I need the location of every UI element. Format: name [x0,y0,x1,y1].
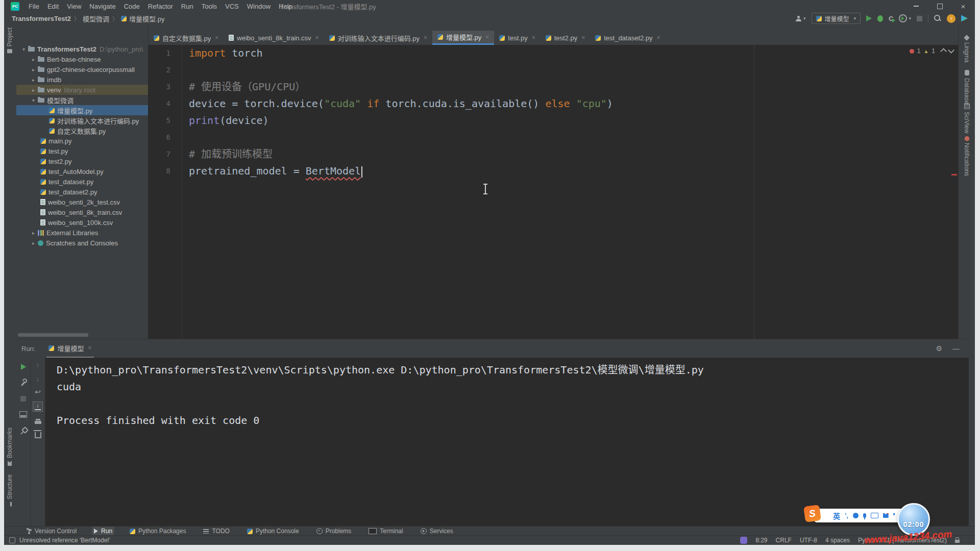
tool-window-button-python-packages[interactable]: Python Packages [128,527,188,536]
tool-stripe-database[interactable]: Database [963,70,970,104]
gradient-play-icon[interactable] [961,15,968,22]
chevron-collapsed-icon[interactable]: ▸ [30,67,37,72]
pin-icon[interactable] [20,428,27,434]
tree-item[interactable]: weibo_senti_100k.csv [16,217,148,228]
tree-item[interactable]: main.py [16,136,148,146]
tool-window-button-todo[interactable]: TODO [201,527,231,536]
menu-file[interactable]: File [24,3,43,10]
editor-tab[interactable]: 对训练输入文本进行编码.py× [324,31,432,45]
maximize-button[interactable] [928,0,951,12]
project-tree[interactable]: ▾TransformersTest2D:\python_pro\▸Bert-ba… [16,44,148,248]
tool-window-button-services[interactable]: Services [419,527,455,536]
tree-item[interactable]: ▾TransformersTest2D:\python_pro\ [16,44,148,54]
user-avatar-button[interactable]: ▾ [795,15,806,22]
tree-item[interactable]: test2.py [16,156,148,166]
status-widget[interactable]: CRLF [776,537,792,544]
tool-window-button-run[interactable]: Run [92,527,114,536]
chevron-collapsed-icon[interactable]: ▸ [30,77,37,83]
tool-stripe-lingma[interactable]: Lingma [963,36,970,62]
editor-tab[interactable]: 增量模型.py× [432,31,494,45]
debug-button[interactable] [877,15,883,22]
close-icon[interactable]: × [215,34,218,41]
menu-vcs[interactable]: VCS [221,3,243,10]
chevron-expanded-icon[interactable]: ▾ [20,46,27,52]
tool-window-button-version-control[interactable]: Version Control [24,527,79,536]
chevron-collapsed-icon[interactable]: ▸ [30,87,37,93]
close-icon[interactable]: × [424,34,427,41]
soft-wrap-icon[interactable]: ↩ [35,388,41,395]
lock-icon[interactable] [955,540,960,543]
code-editor[interactable]: 1import torch23# 使用设备（GPU/CPU）4device = … [148,45,959,339]
sogou-logo-icon[interactable]: S [803,505,821,522]
status-widget[interactable]: UTF-8 [800,537,817,544]
menu-refactor[interactable]: Refactor [144,3,177,10]
tree-item[interactable]: test_dataset.py [16,177,148,187]
chevron-expanded-icon[interactable]: ▾ [30,97,37,103]
close-icon[interactable]: × [532,34,535,41]
tree-item[interactable]: ▸Bert-base-chinese [16,54,148,64]
menu-navigate[interactable]: Navigate [85,3,119,10]
breadcrumb-item[interactable]: 增量模型.py [121,14,164,23]
tree-item[interactable]: test_AutoModel.py [16,166,148,177]
print-icon[interactable] [35,421,41,424]
up-arrow-icon[interactable]: ↑ [36,362,40,369]
tool-window-button-problems[interactable]: Problems [314,527,354,536]
close-icon[interactable]: × [88,344,91,352]
close-icon[interactable]: × [657,34,660,41]
menu-tools[interactable]: Tools [198,3,221,10]
menu-run[interactable]: Run [177,3,198,10]
skin-icon[interactable] [883,513,889,518]
project-scrollbar[interactable] [18,333,88,337]
tool-stripe-notifications[interactable]: Notifications [963,136,970,176]
chevron-collapsed-icon[interactable]: ▸ [30,240,37,246]
tree-item[interactable]: 对训练输入文本进行编码.py [16,115,148,126]
emoji-icon[interactable] [853,513,859,518]
coverage-button[interactable]: ▾ [899,14,911,22]
stop-button[interactable] [917,16,922,21]
tool-stripe-structure[interactable]: Structure [6,474,13,507]
tree-item[interactable]: test_dataset2.py [16,187,148,197]
search-icon[interactable] [934,15,941,22]
tree-item[interactable]: ▸venvlibrary root [16,85,148,95]
tree-item[interactable]: weibo_senti_8k_train.csv [16,207,148,217]
microphone-icon[interactable] [863,513,866,518]
editor-tab[interactable]: 自定义数据集.py× [149,31,224,45]
editor-tab[interactable]: test.py× [494,31,540,45]
update-notification-icon[interactable]: ↑ [947,14,955,23]
tree-item[interactable]: ▸External Libraries [16,228,148,238]
tree-item[interactable]: weibo_senti_2k_test.csv [16,197,148,207]
ime-punctuation-icon[interactable]: ’, [845,512,848,519]
ime-language-mode[interactable]: 英 [833,511,840,521]
run-settings-gear-icon[interactable]: ⚙ [936,344,942,353]
close-icon[interactable]: × [581,34,585,41]
menu-code[interactable]: Code [120,3,144,10]
tool-stripe-sciview[interactable]: SciView [963,104,970,133]
restore-layout-icon[interactable] [19,411,27,418]
tool-window-button-terminal[interactable]: Terminal [366,527,405,536]
keyboard-icon[interactable] [871,513,878,518]
rerun-icon[interactable] [21,364,26,370]
error-stripe-mark[interactable] [951,174,957,176]
tool-stripe-project[interactable]: Project [6,28,13,53]
tree-item[interactable]: 自定义数据集.py [16,126,148,136]
scroll-to-end-icon[interactable]: ↓ [33,402,43,412]
tree-item[interactable]: ▾模型微调 [16,95,148,105]
editor-tab[interactable]: test_dataset2.py× [590,31,665,45]
chevron-collapsed-icon[interactable]: ▸ [30,230,37,236]
status-widget[interactable]: 4 spaces [825,537,850,544]
close-icon[interactable]: × [485,34,489,41]
chevron-collapsed-icon[interactable]: ▸ [30,57,37,62]
tree-item[interactable]: 增量模型.py [16,105,148,115]
menu-view[interactable]: View [63,3,85,10]
event-log-icon[interactable] [740,537,747,544]
menu-window[interactable]: Window [243,3,275,10]
menu-edit[interactable]: Edit [43,3,63,10]
tree-item[interactable]: test.py [16,146,148,156]
clear-console-icon[interactable] [35,432,41,438]
down-arrow-icon[interactable]: ↓ [36,375,40,382]
wrench-icon[interactable] [20,380,27,386]
run-tab[interactable]: 增量模型 × [46,340,93,358]
hide-run-panel-icon[interactable]: — [952,344,960,353]
minimize-button[interactable] [904,0,928,12]
tool-stripe-bookmarks[interactable]: Bookmarks [6,428,13,466]
